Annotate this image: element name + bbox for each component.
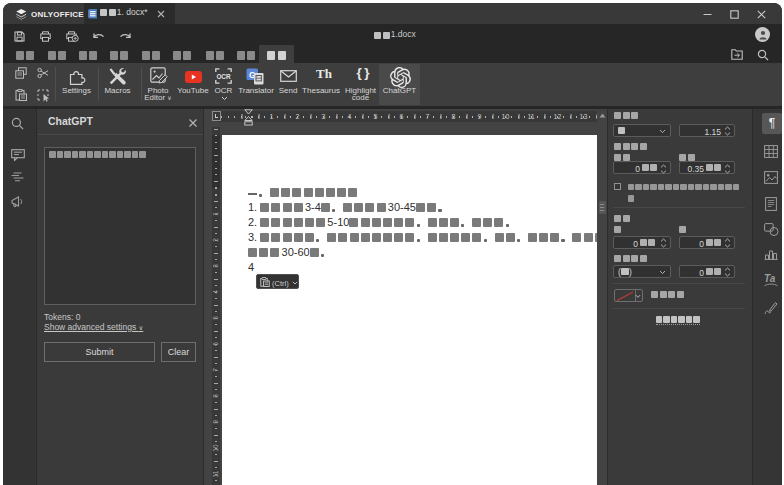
svg-text:OCR: OCR xyxy=(216,73,231,80)
